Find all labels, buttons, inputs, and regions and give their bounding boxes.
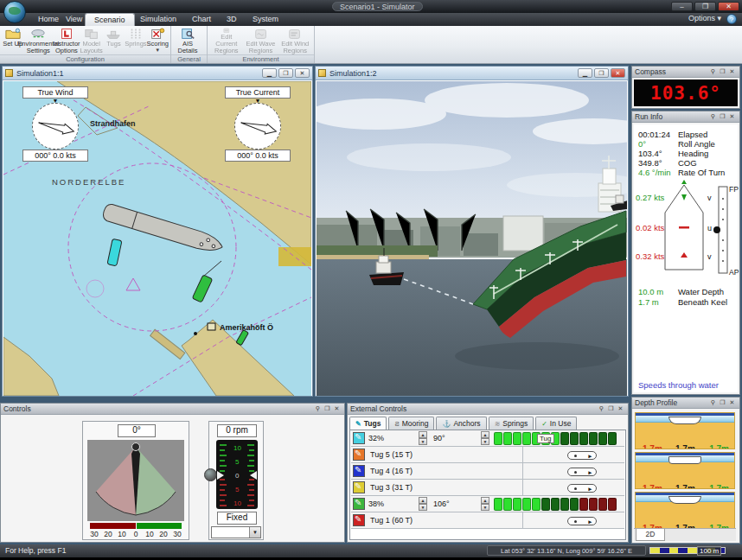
pin-icon[interactable]: ⚲: [708, 112, 718, 121]
tug-bridge: [379, 256, 388, 263]
restore-icon[interactable]: ❐: [594, 68, 609, 78]
tug-slider[interactable]: ▸: [567, 451, 597, 460]
pin-icon[interactable]: ⚲: [313, 404, 323, 413]
controls-titlebar[interactable]: Controls ⚲ ❐ ✕: [1, 404, 344, 415]
pin-icon[interactable]: ⚲: [597, 404, 606, 413]
edit-wave-regions-button[interactable]: Edit Wave Regions: [244, 27, 278, 54]
rpm-knob[interactable]: [204, 468, 217, 481]
tug-row[interactable]: Tug 1 (60 T) ▸: [351, 512, 624, 529]
tab-chart[interactable]: Chart: [183, 13, 220, 26]
tab-scenario[interactable]: Scenario: [85, 13, 135, 26]
rpm-scale-5: 5: [235, 458, 240, 466]
tab-2d[interactable]: 2D: [636, 529, 665, 541]
true-wind-rose: [32, 103, 79, 150]
rudder-gauge[interactable]: [87, 440, 184, 521]
tab-3d[interactable]: 3D: [218, 13, 246, 26]
tab-tugs[interactable]: ✎Tugs: [349, 417, 387, 430]
true-current-gauge[interactable]: True Current ▼ 000° 0.0 kts: [225, 86, 291, 162]
tug-row[interactable]: Tug 4 (16 T) ▸: [351, 463, 624, 480]
help-icon[interactable]: ?: [726, 14, 737, 24]
float-icon[interactable]: ❐: [606, 404, 616, 413]
run-info-panel: Run Info ⚲ ❐ ✕ 00:01:24Elapsed 0°Roll An…: [631, 111, 740, 395]
float-icon[interactable]: ❐: [718, 112, 727, 121]
app-logo-globe-icon[interactable]: [3, 1, 26, 23]
rudder-pivot: [132, 443, 140, 451]
close-icon[interactable]: ✕: [727, 398, 737, 407]
maximize-button[interactable]: ❐: [694, 2, 716, 11]
float-icon[interactable]: ❐: [718, 398, 727, 407]
stat-rate-of-turn: 4.6 °/minRate Of Turn: [638, 168, 735, 177]
edit-current-regions-button[interactable]: Edit Current Regions: [209, 27, 244, 54]
environmental-settings-button[interactable]: Environmental Settings: [23, 27, 53, 54]
tug-angle-value[interactable]: 106°: [433, 500, 450, 508]
tab-anchors[interactable]: ⚓Anchors: [436, 417, 486, 430]
angle-spinner[interactable]: ▲▼: [481, 497, 489, 511]
tug-row[interactable]: Tug 5 (15 T) ▸: [351, 447, 624, 463]
run-info-titlebar[interactable]: Run Info ⚲ ❐ ✕: [632, 111, 739, 123]
tug-color-icon: [353, 432, 365, 444]
pin-icon[interactable]: ⚲: [708, 67, 718, 76]
v-bow-marker: v: [707, 194, 712, 202]
float-icon[interactable]: ❐: [323, 404, 332, 413]
ship-reflection: [455, 342, 619, 370]
true-wind-gauge[interactable]: True Wind ▼ 000° 0.0 kts: [22, 86, 88, 162]
tug-slider[interactable]: ▸: [567, 484, 597, 493]
close-button[interactable]: ✕: [718, 2, 739, 11]
tug-slider[interactable]: ▸: [567, 517, 597, 525]
simulation-2d-titlebar[interactable]: Simulation1:1 ▁ ❐ ✕: [3, 67, 312, 80]
close-icon[interactable]: ✕: [332, 404, 342, 413]
l-plate-icon: [59, 28, 74, 40]
edit-wind-regions-button[interactable]: Edit Wind Regions: [278, 27, 312, 54]
rpm-mode-dropdown[interactable]: ▼: [211, 526, 261, 538]
rpm-scale-neg5: 5: [235, 486, 240, 493]
model-layouts-button[interactable]: Model Layouts: [80, 27, 103, 54]
external-controls-titlebar[interactable]: External Controls ⚲ ❐ ✕: [348, 404, 628, 415]
simulation-3d-titlebar[interactable]: Simulation1:2 ▁ ❐ ✕: [316, 67, 628, 80]
instructor-options-button[interactable]: Instructor Options: [53, 27, 80, 54]
tug-power-value[interactable]: 38%: [368, 500, 384, 508]
pin-icon[interactable]: ⚲: [708, 398, 718, 407]
minimize-icon[interactable]: ▁: [578, 68, 592, 78]
springs-button[interactable]: Springs: [125, 27, 146, 54]
close-icon[interactable]: ✕: [295, 68, 310, 78]
tug-row[interactable]: Tug 3 (31 T) ▸: [351, 480, 624, 496]
close-icon[interactable]: ✕: [611, 68, 625, 78]
ap-label: AP: [729, 268, 739, 277]
hook-icon: Ƨ: [394, 420, 399, 428]
scene-3d-view[interactable]: [317, 81, 627, 396]
tug-color-icon: [353, 481, 365, 493]
minimize-icon[interactable]: ▁: [262, 68, 277, 78]
close-icon[interactable]: ✕: [727, 67, 737, 76]
ais-details-button[interactable]: AIS Details: [173, 27, 202, 54]
external-controls-tabs: ✎Tugs ƧMooring ⚓Anchors ≋Springs ✓In Use: [349, 417, 579, 430]
tab-in-use[interactable]: ✓In Use: [535, 417, 577, 430]
rpm-mode-value: Fixed: [217, 512, 257, 525]
close-icon[interactable]: ✕: [727, 112, 737, 121]
tug-control-row-active[interactable]: 32% ▲▼ 90° ▲▼ Tug: [351, 430, 624, 447]
chart-2d-view[interactable]: Strandhafen NORDERELBE Amerikahöft Ö Tru…: [3, 81, 311, 396]
tug-slider[interactable]: ▸: [567, 468, 597, 476]
speeds-through-water-label[interactable]: Speeds through water: [638, 380, 719, 390]
external-controls-panel: External Controls ⚲ ❐ ✕ ✎Tugs ƧMooring ⚓…: [347, 403, 629, 543]
restore-icon[interactable]: ❐: [278, 68, 293, 78]
angle-spinner[interactable]: ▲▼: [481, 431, 489, 445]
minimize-button[interactable]: –: [671, 2, 693, 11]
tug-angle-value[interactable]: 90°: [433, 434, 445, 442]
compass-panel-titlebar[interactable]: Compass ⚲ ❐ ✕: [632, 67, 739, 78]
options-menu[interactable]: Options ▾: [688, 14, 721, 22]
tab-springs[interactable]: ≋Springs: [489, 417, 534, 430]
u-marker: u: [707, 224, 712, 232]
tab-system[interactable]: System: [244, 13, 287, 26]
power-spinner[interactable]: ▲▼: [419, 431, 427, 445]
close-icon[interactable]: ✕: [616, 404, 625, 413]
tug-control-row-active[interactable]: 38% ▲▼ 106° ▲▼: [351, 496, 624, 512]
scoring-button[interactable]: Scoring ▼: [147, 27, 169, 54]
tab-mooring[interactable]: ƧMooring: [388, 417, 434, 430]
rpm-gauge[interactable]: 10 5 0 5 10: [216, 440, 258, 509]
power-spinner[interactable]: ▲▼: [419, 497, 427, 511]
tug-power-value[interactable]: 32%: [368, 434, 384, 442]
depth-profile-titlebar[interactable]: Depth Profile ⚲ ❐ ✕: [632, 398, 739, 409]
tugs-button[interactable]: Tugs: [103, 27, 125, 54]
tab-simulation[interactable]: Simulation: [131, 13, 185, 26]
float-icon[interactable]: ❐: [718, 67, 727, 76]
